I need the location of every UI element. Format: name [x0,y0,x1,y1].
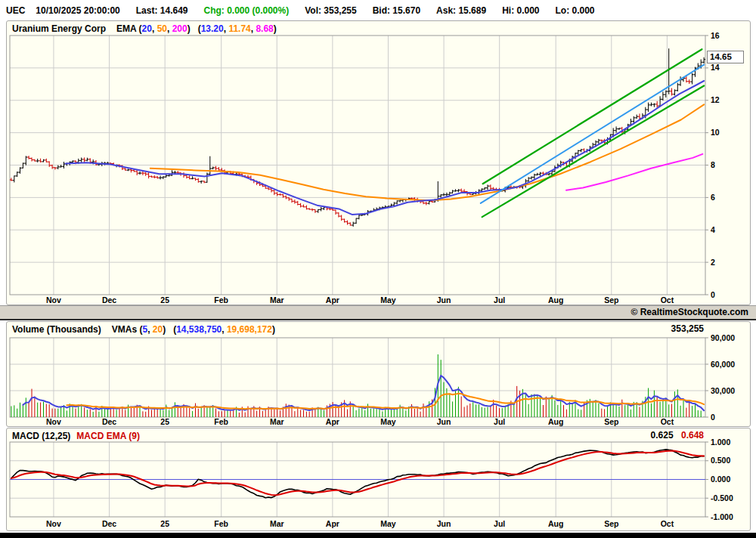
volume-chart: 030,00060,00090,000NovDec25FebMarAprMayJ… [7,322,751,428]
svg-text:25: 25 [160,295,169,305]
title-segment: 200 [172,23,187,34]
title-segment: 14,538,750 [176,324,222,335]
svg-text:May: May [380,295,396,305]
title-segment: 8.68 [256,23,273,34]
svg-text:Mar: Mar [270,417,284,426]
svg-text:0.000: 0.000 [711,475,730,484]
quote-bid: Bid: 15.670 [373,5,420,16]
title-segment: 20 [153,324,163,335]
volume-chart-title: Volume (Thousands)VMAs (5, 20)(14,538,75… [12,324,275,335]
title-segment: , [152,23,157,34]
svg-text:60,000: 60,000 [711,360,735,369]
quote-last: Last: 14.649 [136,5,188,16]
svg-text:Mar: Mar [270,295,284,305]
quote-header: UEC 10/10/2025 20:00:00 Last: 14.649 Chg… [0,0,756,20]
svg-text:2: 2 [711,258,715,267]
svg-text:May: May [380,417,396,426]
volume-chart-panel: Volume (Thousands)VMAs (5, 20)(14,538,75… [6,321,751,427]
svg-text:Jun: Jun [437,295,451,305]
svg-text:Nov: Nov [46,519,61,528]
svg-text:25: 25 [160,519,169,528]
svg-text:Apr: Apr [326,417,339,426]
price-chart: 0246810121416NovDec25FebMarAprMayJunJulA… [7,21,751,306]
svg-text:Sep: Sep [604,519,618,528]
svg-text:Feb: Feb [214,519,228,528]
svg-text:14: 14 [711,63,720,72]
svg-text:Oct: Oct [661,295,674,305]
macd-value: 0.625 [651,430,674,441]
svg-text:Feb: Feb [214,417,228,426]
quote-datetime: 10/10/2025 20:00:00 [36,5,119,16]
macd-chart-panel: MACD (12,25)MACD EMA (9) 0.625 0.648 1.0… [6,428,751,531]
title-segment: MACD EMA (9) [76,431,140,441]
svg-text:Jun: Jun [437,417,451,426]
title-segment: , [222,324,227,335]
svg-text:30,000: 30,000 [711,386,735,395]
title-segment: ) [274,23,277,34]
title-segment: MACD (12,25) [12,431,70,441]
svg-text:Mar: Mar [270,519,284,528]
macd-chart: 1.0000.5000.000-0.500-1.000NovDec25FebMa… [7,428,751,532]
svg-text:90,000: 90,000 [711,333,735,342]
quote-change: Chg: 0.000 (0.000%) [204,5,290,16]
copyright-text: © RealtimeStockquote.com [631,307,748,317]
bottom-border-bar [0,533,756,538]
title-segment: , [147,324,153,335]
ticker-symbol: UEC [6,5,25,16]
svg-text:0.500: 0.500 [711,456,730,465]
quote-low: Lo: 0.000 [555,5,594,16]
svg-text:0: 0 [711,413,715,422]
current-volume-label: 353,255 [671,323,704,334]
svg-text:Apr: Apr [326,519,339,528]
title-segment: Volume (Thousands) [12,324,101,335]
svg-text:1.000: 1.000 [711,438,730,447]
svg-text:6: 6 [711,193,715,202]
svg-text:Jun: Jun [437,519,451,528]
svg-text:Aug: Aug [548,417,563,426]
svg-text:Aug: Aug [548,295,563,305]
title-segment: VMAs ( [112,324,143,335]
svg-text:Nov: Nov [46,295,61,305]
svg-text:Sep: Sep [604,417,618,426]
copyright-band: © RealtimeStockquote.com [0,305,756,320]
last-price-label: 14.65 [707,51,744,63]
svg-text:Dec: Dec [102,417,116,426]
svg-text:Apr: Apr [326,295,339,305]
macd-signal-value: 0.648 [681,430,704,441]
title-segment: ) [272,324,275,335]
svg-text:Jul: Jul [494,417,505,426]
svg-text:-0.500: -0.500 [711,493,733,502]
svg-text:10: 10 [711,128,720,137]
price-chart-panel: Uranium Energy CorpEMA (20, 50, 200)(13.… [6,20,751,305]
svg-text:25: 25 [160,417,169,426]
svg-text:Oct: Oct [661,417,674,426]
svg-text:Oct: Oct [661,519,674,528]
quote-ask: Ask: 15.689 [436,5,486,16]
title-segment: ) [187,23,191,34]
title-segment: Uranium Energy Corp [12,23,106,34]
svg-text:12: 12 [711,95,720,104]
svg-text:4: 4 [711,225,715,234]
title-segment: 20 [142,23,152,34]
svg-text:Sep: Sep [604,295,618,305]
svg-text:-1.000: -1.000 [711,512,733,521]
svg-text:Jul: Jul [494,519,505,528]
title-segment: 50 [157,23,167,34]
svg-text:Dec: Dec [102,295,116,305]
title-segment: 19,698,172 [227,324,272,335]
svg-text:Nov: Nov [46,417,61,426]
svg-text:Feb: Feb [214,295,228,305]
svg-text:0: 0 [711,290,715,299]
macd-value-labels: 0.625 0.648 [651,430,704,441]
macd-chart-title: MACD (12,25)MACD EMA (9) [12,431,140,441]
title-segment: , [167,23,172,34]
svg-text:16: 16 [711,31,720,40]
svg-text:Dec: Dec [102,519,116,528]
svg-text:Jul: Jul [494,295,505,305]
quote-high: Hi: 0.000 [502,5,539,16]
svg-text:8: 8 [711,160,715,169]
title-segment: 11.74 [228,23,250,34]
title-segment: EMA ( [116,23,142,34]
title-segment: ) [163,324,166,335]
price-chart-title: Uranium Energy CorpEMA (20, 50, 200)(13.… [12,23,277,34]
